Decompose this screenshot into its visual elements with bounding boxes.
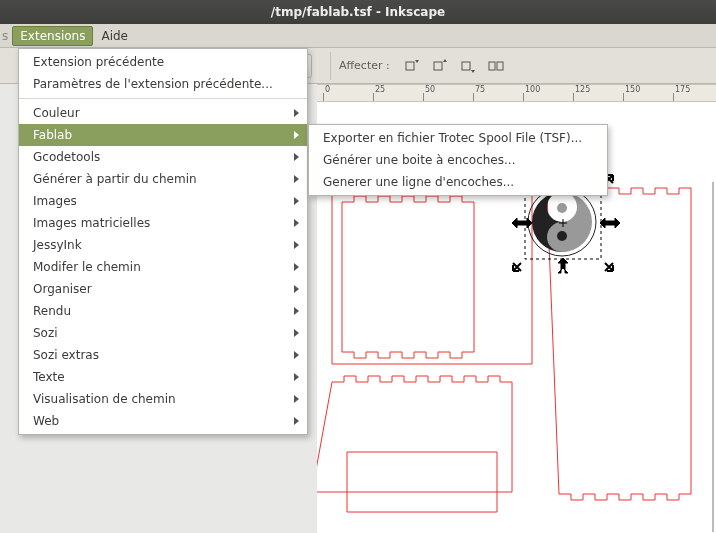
ruler-tick: 50 [425,85,435,94]
svg-rect-2 [462,62,470,70]
ext-prev-params[interactable]: Paramètres de l'extension précédente... [19,73,307,95]
window-title: /tmp/fablab.tsf - Inkscape [271,5,445,19]
ext-images-mat[interactable]: Images matricielles [19,212,307,234]
svg-rect-0 [406,62,414,70]
affect-btn-1[interactable] [400,54,424,78]
transform-icon [432,58,448,74]
ext-web[interactable]: Web [19,410,307,432]
transform-icon [460,58,476,74]
fablab-gen-ligne[interactable]: Generer une ligne d'encoches... [309,171,607,193]
ext-sozi[interactable]: Sozi [19,322,307,344]
fablab-export-tsf[interactable]: Exporter en fichier Trotec Spool File (T… [309,127,607,149]
ruler-horizontal: 0 25 50 75 100 125 150 175 [317,84,716,102]
svg-rect-5 [323,182,713,532]
ext-jessyink[interactable]: JessyInk [19,234,307,256]
ruler-tick: 75 [475,85,485,94]
ext-fablab[interactable]: Fablab [19,124,307,146]
svg-rect-3 [489,62,495,70]
fablab-submenu: Exporter en fichier Trotec Spool File (T… [308,124,608,196]
ext-organiser[interactable]: Organiser [19,278,307,300]
ruler-tick: 0 [325,85,330,94]
ext-gcodetools[interactable]: Gcodetools [19,146,307,168]
svg-point-7 [557,203,567,213]
transform-icon [488,58,504,74]
affect-btn-2[interactable] [428,54,452,78]
svg-point-8 [557,231,567,241]
menu-separator [19,98,307,99]
ext-rendu[interactable]: Rendu [19,300,307,322]
ext-gen-chemin[interactable]: Générer à partir du chemin [19,168,307,190]
window-titlebar: /tmp/fablab.tsf - Inkscape [0,0,716,24]
toolbar-separator [330,52,331,80]
ext-prev[interactable]: Extension précédente [19,51,307,73]
svg-rect-4 [497,62,503,70]
affect-label: Affecter : [339,59,390,72]
transform-icon [404,58,420,74]
menubar-item-help[interactable]: Aide [93,26,136,46]
ext-images[interactable]: Images [19,190,307,212]
menubar-item-extensions[interactable]: Extensions [12,26,93,46]
ruler-tick: 175 [675,85,690,94]
ext-couleur[interactable]: Couleur [19,102,307,124]
ruler-tick: 150 [625,85,640,94]
affect-btn-3[interactable] [456,54,480,78]
fablab-gen-boite[interactable]: Générer une boite à encoches... [309,149,607,171]
ext-vis-chemin[interactable]: Visualisation de chemin [19,388,307,410]
ext-sozi-extras[interactable]: Sozi extras [19,344,307,366]
ruler-tick: 100 [525,85,540,94]
ruler-tick: 125 [575,85,590,94]
extensions-menu: Extension précédente Paramètres de l'ext… [18,48,308,435]
affect-btn-4[interactable] [484,54,508,78]
ext-texte[interactable]: Texte [19,366,307,388]
ext-modif-chemin[interactable]: Modifer le chemin [19,256,307,278]
svg-rect-1 [434,62,442,70]
ruler-tick: 25 [375,85,385,94]
menubar: s Extensions Aide [0,24,716,48]
menubar-item-clipped[interactable]: s [2,26,12,46]
